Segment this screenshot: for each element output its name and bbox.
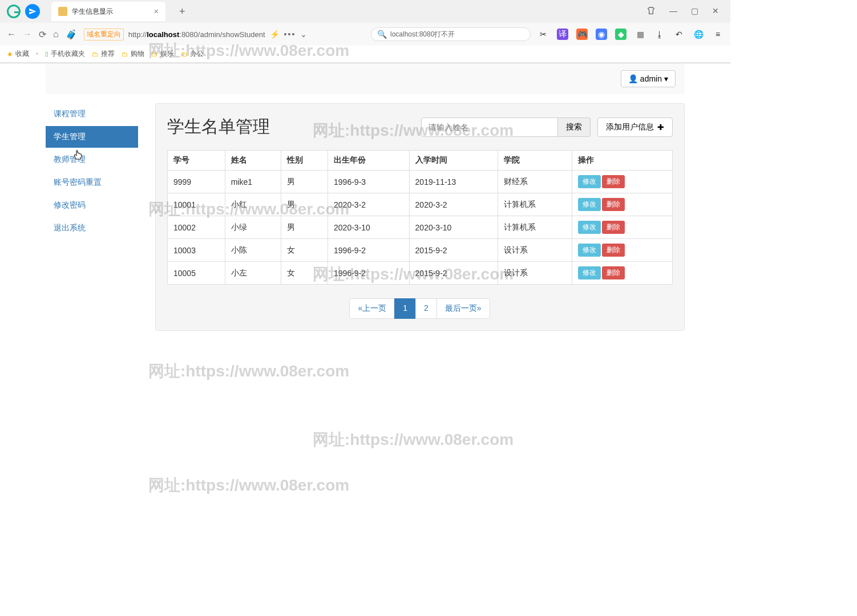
content-header: 学生名单管理 搜索 添加用户信息 ✚ bbox=[167, 115, 673, 139]
bookmark-recommend[interactable]: 🗀推荐 bbox=[92, 49, 115, 59]
edit-button[interactable]: 修改 bbox=[578, 198, 601, 211]
sidebar-item-5[interactable]: 退出系统 bbox=[46, 217, 138, 239]
page-number[interactable]: 2 bbox=[415, 298, 437, 319]
tab-title: 学生信息显示 bbox=[72, 7, 113, 17]
page-number[interactable]: 1 bbox=[394, 298, 416, 319]
delete-button[interactable]: 删除 bbox=[602, 244, 625, 257]
edit-button[interactable]: 修改 bbox=[578, 244, 601, 257]
back-button[interactable]: ← bbox=[7, 29, 16, 39]
edit-button[interactable]: 修改 bbox=[578, 221, 601, 234]
search-button[interactable]: 搜索 bbox=[558, 117, 591, 137]
pagination: «上一页12最后一页» bbox=[167, 298, 673, 319]
translate-icon[interactable]: 译 bbox=[557, 29, 568, 40]
table-header-cell: 学院 bbox=[498, 151, 572, 171]
page-prev[interactable]: «上一页 bbox=[349, 298, 395, 319]
watermark: 网址:https://www.08er.com bbox=[148, 475, 349, 496]
delete-button[interactable]: 删除 bbox=[602, 198, 625, 211]
shirt-icon[interactable] bbox=[646, 6, 656, 17]
sidebar: 课程管理学生管理教师管理账号密码重置修改密码退出系统 bbox=[46, 103, 138, 331]
folder-icon: 🗀 bbox=[92, 50, 99, 58]
briefcase-icon[interactable]: 🧳 bbox=[66, 29, 77, 40]
reload-button[interactable]: ⟳ bbox=[39, 29, 46, 40]
home-button[interactable]: ⌂ bbox=[53, 29, 59, 39]
table-cell: 男 bbox=[281, 193, 328, 216]
table-cell: 10005 bbox=[168, 262, 225, 285]
table-cell: 9999 bbox=[168, 171, 225, 193]
table-cell: 10001 bbox=[168, 193, 225, 216]
browser-logo-icon[interactable] bbox=[7, 5, 21, 18]
edit-button[interactable]: 修改 bbox=[578, 266, 601, 279]
table-cell-actions: 修改删除 bbox=[572, 239, 672, 262]
bookmark-office[interactable]: 🗀办公 bbox=[181, 49, 204, 59]
forward-button[interactable]: → bbox=[23, 29, 32, 39]
table-cell: 2020-3-2 bbox=[328, 193, 410, 216]
delete-button[interactable]: 删除 bbox=[602, 266, 625, 279]
table-cell: 2020-3-10 bbox=[328, 216, 410, 239]
gamepad-icon[interactable]: 🎮 bbox=[576, 29, 588, 40]
globe-icon[interactable]: 🌐 bbox=[693, 29, 704, 40]
chevron-down-icon[interactable]: ⌄ bbox=[300, 30, 307, 39]
main-layout: 课程管理学生管理教师管理账号密码重置修改密码退出系统 学生名单管理 搜索 添加用… bbox=[0, 103, 730, 331]
url-area[interactable]: 域名重定向 http://localhost:8080/admin/showSt… bbox=[84, 29, 364, 40]
sidebar-item-0[interactable]: 课程管理 bbox=[46, 103, 138, 125]
table-cell: 计算机系 bbox=[498, 216, 572, 239]
table-header-cell: 操作 bbox=[572, 151, 672, 171]
student-table: 学号姓名性别出生年份入学时间学院操作 9999mike1男1996-9-3201… bbox=[167, 150, 673, 285]
table-cell: 男 bbox=[281, 171, 328, 193]
folder-icon: 🗀 bbox=[122, 50, 128, 58]
sidebar-item-3[interactable]: 账号密码重置 bbox=[46, 172, 138, 193]
sidebar-item-2[interactable]: 教师管理 bbox=[46, 149, 138, 171]
browser-search-input[interactable] bbox=[390, 30, 524, 38]
delete-button[interactable]: 删除 bbox=[602, 221, 625, 234]
browser-search-box[interactable]: 🔍 bbox=[371, 27, 531, 41]
plus-icon: ✚ bbox=[657, 123, 664, 132]
user-icon: 👤 bbox=[628, 74, 638, 83]
address-bar: ← → ⟳ ⌂ 🧳 域名重定向 http://localhost:8080/ad… bbox=[0, 23, 730, 46]
edit-button[interactable]: 修改 bbox=[578, 175, 601, 188]
nav-send-icon[interactable] bbox=[25, 4, 40, 19]
table-cell: 2015-9-2 bbox=[409, 239, 498, 262]
browser-tab[interactable]: 学生信息显示 × bbox=[51, 2, 165, 21]
user-dropdown-button[interactable]: 👤 admin ▾ bbox=[621, 70, 676, 87]
new-tab-button[interactable]: + bbox=[179, 6, 185, 18]
menu-icon[interactable]: ≡ bbox=[712, 29, 723, 40]
table-cell: 女 bbox=[281, 262, 328, 285]
maximize-icon[interactable]: ▢ bbox=[691, 6, 698, 17]
sidebar-item-1[interactable]: 学生管理 bbox=[46, 126, 138, 148]
table-row: 9999mike1男1996-9-32019-11-13财经系修改删除 bbox=[168, 171, 673, 193]
app-icon[interactable]: ◉ bbox=[596, 29, 607, 40]
grid-icon[interactable]: ▦ bbox=[634, 29, 646, 40]
page-last[interactable]: 最后一页» bbox=[436, 298, 490, 319]
more-icon[interactable]: ••• bbox=[284, 30, 296, 39]
search-icon: 🔍 bbox=[377, 30, 387, 39]
table-row: 10003小陈女1996-9-22015-9-2设计系修改删除 bbox=[168, 239, 673, 262]
lightning-icon[interactable]: ⚡ bbox=[270, 30, 280, 39]
mobile-icon: ▯ bbox=[45, 51, 48, 57]
bookmark-entertainment[interactable]: 🗀娱乐 bbox=[151, 49, 174, 59]
name-search-input[interactable] bbox=[421, 117, 558, 137]
folder-icon: 🗀 bbox=[181, 50, 188, 58]
download-icon[interactable]: ⭳ bbox=[654, 29, 665, 40]
table-cell: 财经系 bbox=[498, 171, 572, 193]
table-cell: 2020-3-10 bbox=[409, 216, 498, 239]
table-cell: 1996-9-3 bbox=[328, 171, 410, 193]
sidebar-item-4[interactable]: 修改密码 bbox=[46, 194, 138, 216]
delete-button[interactable]: 删除 bbox=[602, 175, 625, 188]
minimize-icon[interactable]: — bbox=[669, 6, 677, 17]
table-header-cell: 姓名 bbox=[225, 151, 281, 171]
table-header-cell: 性别 bbox=[281, 151, 328, 171]
add-user-button[interactable]: 添加用户信息 ✚ bbox=[597, 117, 673, 137]
table-row: 10002小绿男2020-3-102020-3-10计算机系修改删除 bbox=[168, 216, 673, 239]
shield-icon[interactable]: ◆ bbox=[615, 29, 626, 40]
table-cell-actions: 修改删除 bbox=[572, 171, 672, 193]
table-cell: 男 bbox=[281, 216, 328, 239]
bookmark-favorites[interactable]: ★收藏 bbox=[7, 49, 29, 59]
undo-icon[interactable]: ↶ bbox=[673, 29, 685, 40]
scissors-icon[interactable]: ✂ bbox=[537, 29, 549, 40]
close-icon[interactable]: ✕ bbox=[712, 6, 719, 17]
bookmark-mobile[interactable]: ▯手机收藏夹 bbox=[45, 49, 85, 59]
bookmark-shopping[interactable]: 🗀购物 bbox=[122, 49, 144, 59]
table-cell: 设计系 bbox=[498, 262, 572, 285]
tab-close-icon[interactable]: × bbox=[154, 7, 159, 16]
table-row: 10005小左女1996-9-22015-9-2设计系修改删除 bbox=[168, 262, 673, 285]
